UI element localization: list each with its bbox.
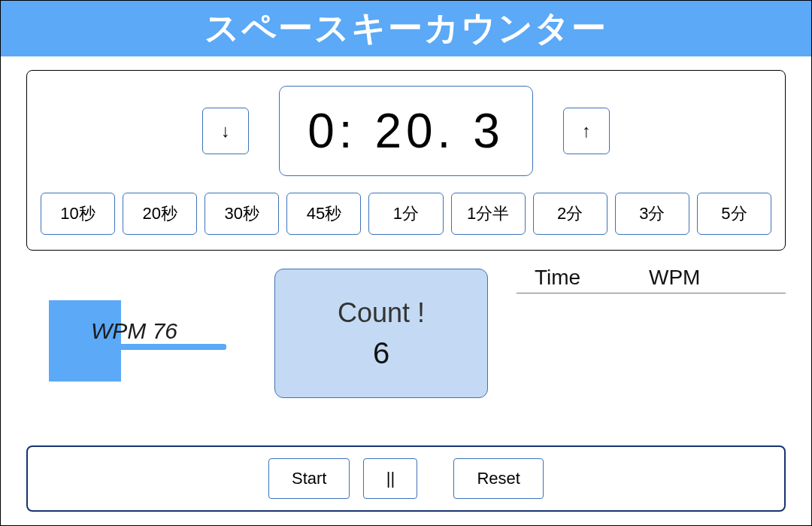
preset-5m-button[interactable]: 5分 bbox=[697, 193, 771, 235]
count-panel[interactable]: Count ! 6 bbox=[274, 269, 488, 398]
wpm-indicator: WPM 76 bbox=[26, 269, 274, 382]
preset-row: 10秒 20秒 30秒 45秒 1分 1分半 2分 3分 5分 bbox=[41, 193, 771, 235]
wpm-stripe-icon bbox=[83, 344, 226, 350]
preset-30s-button[interactable]: 30秒 bbox=[205, 193, 279, 235]
start-button[interactable]: Start bbox=[268, 458, 350, 499]
arrow-up-icon: ↑ bbox=[582, 120, 591, 141]
preset-3m-button[interactable]: 3分 bbox=[615, 193, 689, 235]
arrow-down-icon: ↓ bbox=[221, 120, 230, 141]
page-title: スペースキーカウンター bbox=[205, 5, 607, 52]
timer-display: 0: 20. 3 bbox=[279, 86, 533, 176]
title-bar: スペースキーカウンター bbox=[1, 1, 811, 56]
history-col-time: Time bbox=[517, 266, 629, 290]
time-decrease-button[interactable]: ↓ bbox=[202, 108, 249, 154]
app-root: スペースキーカウンター ↓ 0: 20. 3 ↑ 10秒 20秒 30秒 45秒… bbox=[0, 0, 812, 526]
history-col-wpm: WPM bbox=[629, 266, 786, 290]
pause-button[interactable]: || bbox=[363, 458, 417, 499]
mid-row: WPM 76 Count ! 6 Time WPM bbox=[1, 269, 811, 398]
preset-20s-button[interactable]: 20秒 bbox=[123, 193, 197, 235]
wpm-label: WPM 76 bbox=[91, 318, 177, 344]
count-value: 6 bbox=[373, 336, 389, 370]
preset-45s-button[interactable]: 45秒 bbox=[286, 193, 361, 235]
preset-1m-button[interactable]: 1分 bbox=[368, 193, 443, 235]
preset-10s-button[interactable]: 10秒 bbox=[41, 193, 115, 235]
count-title: Count ! bbox=[338, 297, 425, 329]
history-header: Time WPM bbox=[517, 266, 786, 293]
history-panel: Time WPM bbox=[517, 266, 786, 293]
time-increase-button[interactable]: ↑ bbox=[563, 108, 610, 154]
time-panel: ↓ 0: 20. 3 ↑ 10秒 20秒 30秒 45秒 1分 1分半 2分 3… bbox=[26, 70, 786, 251]
preset-2m-button[interactable]: 2分 bbox=[533, 193, 607, 235]
reset-button[interactable]: Reset bbox=[453, 458, 543, 499]
preset-1m30-button[interactable]: 1分半 bbox=[451, 193, 526, 235]
timer-row: ↓ 0: 20. 3 ↑ bbox=[41, 81, 771, 176]
controls-panel: Start || Reset bbox=[26, 445, 786, 512]
